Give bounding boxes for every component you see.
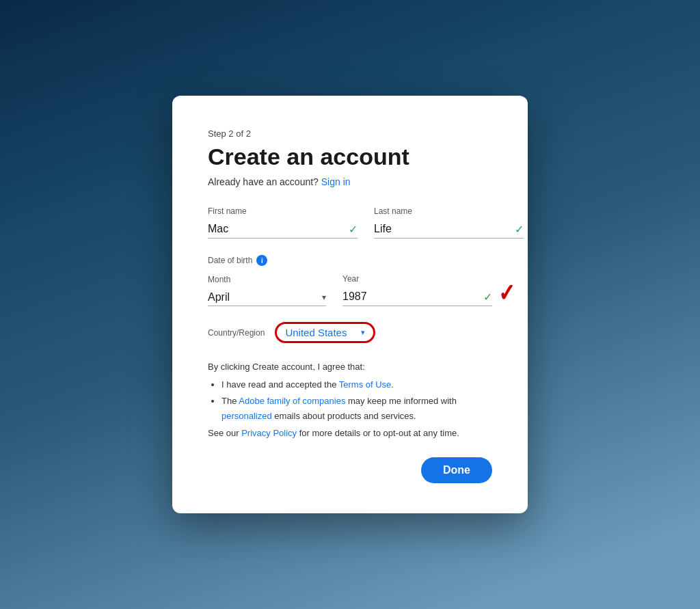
page-title: Create an account: [208, 144, 492, 170]
terms-section: By clicking Create account, I agree that…: [208, 362, 492, 438]
privacy-row: See our Privacy Policy for more details …: [208, 428, 492, 438]
sign-in-row: Already have an account? Sign in: [208, 176, 492, 187]
first-name-label: First name: [208, 206, 358, 216]
terms-bullet2-prefix: The: [221, 396, 239, 406]
create-account-modal: Step 2 of 2 Create an account Already ha…: [172, 96, 528, 514]
country-select[interactable]: United States Canada United Kingdom Aust…: [285, 327, 358, 338]
year-check-icon: ✓: [483, 290, 492, 303]
month-field: Month January February March April May J…: [208, 275, 326, 306]
annotation-checkmark: ✓: [498, 281, 515, 306]
year-field: Year ✓ ✓: [342, 274, 492, 306]
sign-in-link[interactable]: Sign in: [321, 176, 351, 187]
terms-bullet1-prefix: I have read and accepted the: [221, 379, 339, 390]
first-name-group: First name ✓: [208, 206, 358, 239]
last-name-group: Last name ✓: [374, 206, 524, 239]
month-chevron-icon: ▾: [322, 293, 326, 302]
country-select-wrapper: United States Canada United Kingdom Aust…: [275, 323, 375, 342]
sign-in-prompt: Already have an account?: [208, 176, 319, 187]
month-select[interactable]: January February March April May June Ju…: [208, 288, 322, 306]
year-input[interactable]: [342, 288, 479, 306]
country-section: Country/Region United States Canada Unit…: [208, 323, 492, 342]
last-name-input[interactable]: [374, 220, 511, 238]
footer-row: Done: [208, 457, 492, 483]
done-button[interactable]: Done: [421, 457, 492, 483]
year-label: Year: [342, 274, 492, 284]
country-chevron-icon: ▾: [361, 328, 365, 337]
privacy-policy-link[interactable]: Privacy Policy: [241, 428, 297, 438]
info-icon[interactable]: i: [256, 255, 267, 266]
terms-intro: By clicking Create account, I agree that…: [208, 362, 492, 372]
dob-section: Date of birth i Month January February M…: [208, 255, 492, 306]
terms-bullet2-suffix: emails about products and services.: [272, 411, 416, 421]
first-name-wrapper: ✓: [208, 220, 358, 239]
privacy-prefix: See our: [208, 428, 241, 438]
adobe-family-link[interactable]: Adobe family of companies: [239, 396, 345, 406]
personalized-link[interactable]: personalized: [221, 411, 272, 421]
dob-label-row: Date of birth i: [208, 255, 492, 266]
month-select-wrapper: January February March April May June Ju…: [208, 288, 326, 306]
year-wrapper: ✓ ✓: [342, 288, 492, 306]
month-label: Month: [208, 275, 326, 284]
dob-fields: Month January February March April May J…: [208, 274, 492, 306]
first-name-input[interactable]: [208, 220, 345, 238]
terms-of-use-link[interactable]: Terms of Use: [339, 379, 392, 390]
last-name-wrapper: ✓: [374, 220, 524, 239]
last-name-check-icon: ✓: [515, 223, 524, 236]
country-label: Country/Region: [208, 328, 265, 338]
name-fields-row: First name ✓ Last name ✓: [208, 206, 492, 239]
privacy-suffix: for more details or to opt-out at any ti…: [297, 428, 459, 438]
terms-bullet2-middle: may keep me informed with: [345, 396, 457, 406]
terms-item-1: I have read and accepted the Terms of Us…: [221, 377, 492, 392]
terms-item-2: The Adobe family of companies may keep m…: [221, 394, 492, 424]
first-name-check-icon: ✓: [349, 223, 358, 236]
step-label: Step 2 of 2: [208, 128, 492, 139]
terms-bullet1-suffix: .: [391, 379, 394, 390]
dob-label: Date of birth: [208, 256, 252, 265]
terms-list: I have read and accepted the Terms of Us…: [208, 377, 492, 424]
last-name-label: Last name: [374, 206, 524, 216]
